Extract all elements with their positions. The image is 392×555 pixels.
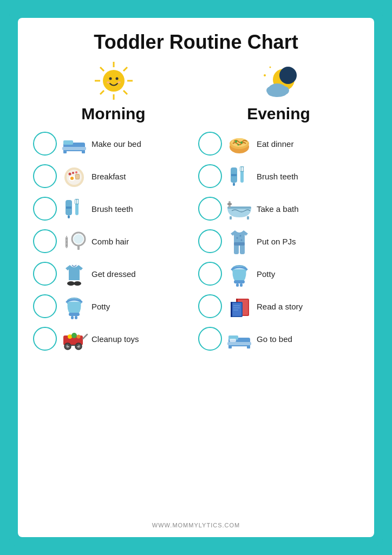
svg-rect-39 — [66, 236, 67, 238]
take-bath-icon — [225, 195, 253, 223]
brush-teeth-e-label: Brush teeth — [257, 172, 298, 181]
list-item: Breakfast — [33, 162, 194, 190]
svg-rect-95 — [234, 280, 245, 283]
check-circle[interactable] — [198, 229, 222, 253]
svg-rect-48 — [71, 316, 74, 319]
check-circle[interactable] — [198, 294, 222, 318]
svg-point-91 — [240, 235, 241, 237]
svg-point-67 — [267, 88, 287, 97]
take-bath-label: Take a bath — [257, 204, 299, 214]
svg-line-6 — [123, 67, 127, 71]
check-circle[interactable] — [198, 327, 222, 351]
list-item: Eat dinner — [198, 130, 359, 158]
list-item: Get dressed — [33, 260, 194, 288]
svg-point-72 — [240, 141, 243, 144]
svg-rect-112 — [230, 339, 236, 342]
svg-rect-37 — [77, 246, 80, 250]
potty-m-label: Potty — [92, 302, 110, 311]
svg-point-43 — [67, 281, 75, 286]
check-circle[interactable] — [33, 294, 57, 318]
check-circle[interactable] — [198, 164, 222, 188]
put-on-pjs-icon — [225, 227, 253, 255]
check-circle[interactable] — [33, 164, 57, 188]
eat-dinner-label: Eat dinner — [257, 139, 293, 149]
svg-point-63 — [279, 67, 297, 84]
potty-e-label: Potty — [257, 269, 275, 279]
svg-rect-47 — [69, 313, 80, 316]
svg-point-11 — [107, 81, 110, 83]
svg-rect-42 — [66, 246, 67, 248]
svg-rect-89 — [234, 242, 245, 246]
columns: Morning Make ou — [33, 59, 359, 517]
svg-line-4 — [100, 67, 104, 71]
brush-teeth-m-label: Brush teeth — [92, 204, 133, 214]
svg-rect-111 — [227, 342, 251, 345]
svg-rect-84 — [227, 203, 232, 205]
svg-rect-41 — [66, 242, 67, 245]
go-to-bed-icon — [225, 325, 253, 353]
morning-header: Morning — [81, 59, 145, 123]
svg-rect-86 — [247, 216, 249, 220]
svg-point-26 — [75, 171, 77, 173]
svg-rect-80 — [242, 167, 243, 171]
svg-point-71 — [235, 140, 237, 143]
svg-rect-14 — [63, 140, 73, 145]
svg-rect-32 — [75, 199, 76, 204]
check-circle[interactable] — [198, 132, 222, 156]
svg-rect-79 — [240, 167, 241, 171]
svg-rect-103 — [231, 302, 232, 317]
morning-column: Morning Make ou — [33, 59, 194, 517]
morning-label: Morning — [81, 105, 145, 123]
list-item: Cleanup toys — [33, 325, 194, 353]
svg-point-12 — [117, 81, 121, 83]
check-circle[interactable] — [33, 229, 57, 253]
put-on-pjs-label: Put on PJs — [257, 237, 296, 246]
read-story-icon — [225, 292, 253, 320]
list-item: Take a bath — [198, 195, 359, 223]
svg-point-25 — [72, 172, 74, 174]
moon-icon — [257, 59, 300, 102]
list-item: Make our bed — [33, 130, 194, 158]
svg-rect-33 — [77, 199, 78, 204]
svg-rect-34 — [79, 199, 80, 204]
check-circle[interactable] — [33, 197, 57, 221]
svg-point-21 — [70, 177, 74, 180]
go-to-bed-label: Go to bed — [257, 334, 292, 344]
make-bed-icon — [60, 130, 88, 158]
svg-point-10 — [115, 78, 118, 80]
breakfast-icon — [60, 162, 88, 190]
comb-hair-icon — [60, 227, 88, 255]
svg-rect-49 — [75, 316, 77, 319]
svg-line-5 — [123, 91, 127, 94]
svg-point-60 — [264, 74, 266, 76]
svg-point-44 — [74, 281, 81, 286]
footer-text: WWW.MOMMYLYTICS.COM — [152, 522, 240, 528]
svg-rect-29 — [68, 215, 70, 218]
list-item: Potty — [198, 260, 359, 288]
evening-column: Evening — [198, 59, 359, 517]
brush-teeth-e-icon — [225, 162, 253, 190]
svg-point-73 — [238, 144, 239, 146]
svg-rect-17 — [62, 147, 86, 150]
sun-icon — [92, 59, 135, 102]
breakfast-label: Breakfast — [92, 172, 126, 181]
cleanup-toys-icon — [60, 325, 88, 353]
svg-line-51 — [83, 334, 87, 339]
svg-point-90 — [237, 237, 238, 239]
list-item: Read a story — [198, 292, 359, 320]
page-title: Toddler Routine Chart — [94, 31, 298, 54]
check-circle[interactable] — [198, 262, 222, 286]
svg-rect-40 — [66, 239, 67, 242]
check-circle[interactable] — [33, 327, 57, 351]
outer-border: Toddler Routine Chart — [9, 9, 383, 546]
svg-rect-75 — [231, 174, 237, 176]
svg-point-56 — [68, 334, 72, 339]
check-circle[interactable] — [33, 262, 57, 286]
svg-rect-96 — [236, 283, 239, 287]
check-circle[interactable] — [198, 197, 222, 221]
check-circle[interactable] — [33, 132, 57, 156]
svg-rect-82 — [227, 206, 251, 209]
get-dressed-label: Get dressed — [92, 269, 136, 279]
read-story-label: Read a story — [257, 302, 303, 311]
svg-rect-85 — [230, 216, 232, 220]
